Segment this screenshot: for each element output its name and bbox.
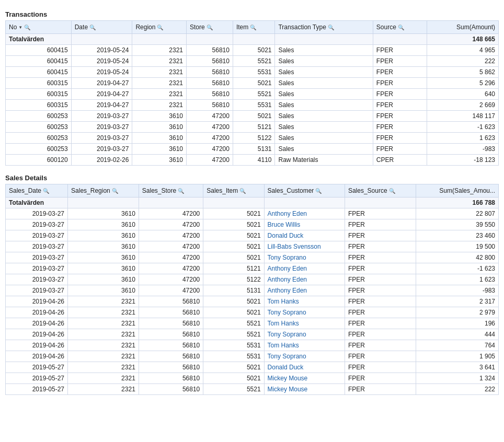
cell-sales-region: 2321: [68, 384, 139, 395]
search-transaction-type-icon[interactable]: 🔍: [328, 25, 334, 30]
list-item: 2019-04-26 2321 56810 5021 Tom Hanks FPE…: [6, 296, 499, 307]
col-sales-source: Sales_Source 🔍: [345, 184, 416, 197]
list-item: 2019-05-27 2321 56810 5021 Mickey Mouse …: [6, 373, 499, 384]
cell-date: 2019-03-27: [71, 111, 132, 122]
col-sum-sales-amount-label: Sum(Sales_Amou...: [439, 187, 495, 194]
sort-no-icon[interactable]: [18, 25, 22, 30]
sd-total-customer: [264, 197, 345, 208]
cell-sum-sales-amount: 2 979: [416, 307, 498, 318]
cell-item: 5021: [233, 78, 275, 89]
cell-sum-sales-amount: 42 800: [416, 252, 498, 263]
cell-sum-sales-amount: 39 550: [416, 219, 498, 230]
search-sales-region-icon[interactable]: 🔍: [112, 188, 118, 194]
cell-sales-region: 3610: [68, 219, 139, 230]
cell-store: 56810: [187, 100, 233, 111]
cell-sales-item: 5021: [203, 373, 264, 384]
search-sales-store-icon[interactable]: 🔍: [178, 188, 184, 194]
cell-sales-date: 2019-04-26: [6, 340, 68, 351]
search-date-icon[interactable]: 🔍: [89, 25, 96, 30]
cell-sales-source: FPER: [345, 219, 416, 230]
search-sales-item-icon[interactable]: 🔍: [239, 188, 246, 194]
cell-store: 56810: [187, 56, 233, 67]
cell-sales-date: 2019-04-26: [6, 329, 68, 340]
total-transaction-type: [275, 34, 373, 45]
list-item: 2019-03-27 3610 47200 5021 Lill-Babs Sve…: [6, 241, 499, 252]
cell-sum-amount: -1 623: [427, 122, 499, 133]
cell-sales-date: 2019-05-27: [6, 362, 68, 373]
col-item-label: Item: [236, 24, 248, 31]
cell-store: 47200: [187, 155, 233, 166]
cell-sales-store: 47200: [139, 252, 203, 263]
cell-sum-sales-amount: 1 623: [416, 274, 498, 285]
cell-no: 600415: [6, 67, 72, 78]
table-row: 600415 2019-05-24 2321 56810 5531 Sales …: [6, 67, 499, 78]
cell-region: 2321: [132, 100, 187, 111]
search-store-icon[interactable]: 🔍: [207, 25, 213, 30]
cell-sales-store: 56810: [139, 373, 203, 384]
table-row: 600253 2019-03-27 3610 47200 5122 Sales …: [6, 133, 499, 144]
cell-sales-customer: Tom Hanks: [264, 296, 345, 307]
cell-sales-store: 47200: [139, 285, 203, 296]
cell-item: 5531: [233, 100, 275, 111]
transactions-total-row: Totalvärden 148 665: [6, 34, 499, 45]
cell-item: 5131: [233, 144, 275, 155]
sd-total-item: [203, 197, 264, 208]
search-sales-date-icon[interactable]: 🔍: [43, 188, 49, 194]
col-store-label: Store: [190, 24, 205, 31]
cell-region: 2321: [132, 56, 187, 67]
cell-sales-date: 2019-04-26: [6, 318, 68, 329]
cell-store: 56810: [187, 78, 233, 89]
total-region: [132, 34, 187, 45]
list-item: 2019-03-27 3610 47200 5021 Anthony Eden …: [6, 208, 499, 219]
cell-sales-region: 3610: [68, 241, 139, 252]
cell-sales-item: 5531: [203, 351, 264, 362]
sd-total-source: [345, 197, 416, 208]
cell-sales-source: FPER: [345, 274, 416, 285]
cell-sum-amount: -983: [427, 144, 499, 155]
cell-sales-region: 2321: [68, 307, 139, 318]
cell-sales-date: 2019-03-27: [6, 208, 68, 219]
cell-sales-region: 2321: [68, 329, 139, 340]
cell-sales-customer: Donald Duck: [264, 362, 345, 373]
table-row: 600253 2019-03-27 3610 47200 5131 Sales …: [6, 144, 499, 155]
cell-sales-customer: Tony Soprano: [264, 307, 345, 318]
cell-sales-item: 5021: [203, 208, 264, 219]
search-no-icon[interactable]: 🔍: [24, 25, 30, 30]
cell-sales-store: 47200: [139, 208, 203, 219]
col-transaction-type: Transaction Type 🔍: [275, 21, 373, 34]
cell-sales-region: 3610: [68, 263, 139, 274]
list-item: 2019-03-27 3610 47200 5021 Bruce Willis …: [6, 219, 499, 230]
cell-sales-item: 5021: [203, 252, 264, 263]
search-source-icon[interactable]: 🔍: [398, 25, 404, 30]
search-sales-source-icon[interactable]: 🔍: [389, 188, 395, 194]
cell-sales-customer: Anthony Eden: [264, 263, 345, 274]
cell-sales-customer: Tony Soprano: [264, 252, 345, 263]
cell-source: CPER: [373, 155, 427, 166]
cell-sum-amount: 1 623: [427, 133, 499, 144]
cell-date: 2019-03-27: [71, 144, 132, 155]
search-region-icon[interactable]: 🔍: [157, 25, 163, 30]
search-sales-customer-icon[interactable]: 🔍: [315, 188, 322, 194]
transactions-header-row: No 🔍 Date 🔍 Region 🔍: [6, 21, 499, 34]
list-item: 2019-03-27 3610 47200 5122 Anthony Eden …: [6, 274, 499, 285]
cell-sum-sales-amount: 222: [416, 384, 498, 395]
cell-sales-source: FPER: [345, 263, 416, 274]
cell-sales-store: 47200: [139, 274, 203, 285]
cell-sum-sales-amount: 444: [416, 329, 498, 340]
col-sum-amount-label: Sum(Amount): [456, 24, 495, 31]
cell-transaction-type: Sales: [275, 56, 373, 67]
cell-region: 3610: [132, 133, 187, 144]
col-no-label: No: [9, 24, 17, 31]
cell-sum-sales-amount: -983: [416, 285, 498, 296]
cell-sales-store: 47200: [139, 230, 203, 241]
cell-region: 3610: [132, 155, 187, 166]
table-row: 600253 2019-03-27 3610 47200 5121 Sales …: [6, 122, 499, 133]
cell-sum-amount: 148 117: [427, 111, 499, 122]
cell-region: 2321: [132, 67, 187, 78]
search-item-icon[interactable]: 🔍: [250, 25, 256, 30]
cell-sales-store: 56810: [139, 362, 203, 373]
cell-no: 600253: [6, 122, 72, 133]
cell-store: 47200: [187, 144, 233, 155]
cell-sales-item: 5021: [203, 241, 264, 252]
cell-sum-sales-amount: 22 807: [416, 208, 498, 219]
